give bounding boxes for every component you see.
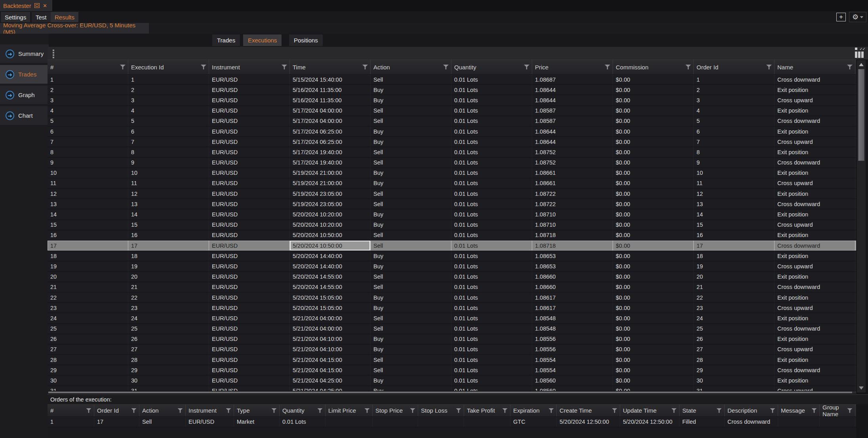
cell[interactable]: $0.00 [613,272,694,282]
cell[interactable]: 1.08554 [532,355,613,365]
column-header-action[interactable]: Action [371,60,451,74]
cell[interactable]: 8 [48,147,128,157]
cell[interactable]: 28 [48,355,128,365]
cell[interactable]: 5/20/2024 12:50:00 [557,417,620,427]
cell[interactable]: 1.08653 [532,251,613,261]
cell[interactable]: EUR/USD [209,355,290,365]
scroll-down-icon[interactable] [859,386,864,390]
cell[interactable]: 0.01 Lots [451,365,532,375]
cell[interactable]: 4 [128,106,209,116]
cell[interactable]: EUR/USD [209,324,290,334]
cell[interactable]: 30 [128,375,209,385]
backtester-window-tab[interactable]: Backtester ✕ [0,0,52,11]
cell[interactable]: 1.08554 [532,365,613,375]
table-row[interactable]: 2929EUR/USD5/21/2024 04:15:00Sell0.01 Lo… [48,365,856,375]
cell[interactable]: 18 [48,251,128,261]
cell[interactable]: Exit position [775,313,855,323]
cell[interactable]: $0.00 [613,116,694,126]
cell[interactable]: Exit position [775,209,855,219]
cell[interactable]: Exit position [775,355,855,365]
cell[interactable]: 0.01 Lots [451,251,532,261]
cell[interactable]: Exit position [775,251,855,261]
cell[interactable]: 27 [694,344,775,354]
column-header-price[interactable]: Price [532,60,613,74]
cell[interactable]: 5/17/2024 04:00:00 [290,106,371,116]
cell[interactable]: $0.00 [613,386,694,391]
cell[interactable]: 1.08653 [532,261,613,271]
cell[interactable]: 1.08617 [532,303,613,313]
cell[interactable]: EUR/USD [186,417,234,427]
cell[interactable]: EUR/USD [209,189,290,199]
cell[interactable]: Buy [371,251,451,261]
cell[interactable]: 0.01 Lots [280,417,326,427]
column-header-action[interactable]: Action [139,405,186,416]
filter-funnel-icon[interactable] [271,408,277,413]
table-row[interactable]: 99EUR/USD5/17/2024 19:40:00Sell0.01 Lots… [48,158,856,168]
filter-funnel-icon[interactable] [177,408,183,413]
cell[interactable]: EUR/USD [209,365,290,375]
cell[interactable]: 0.01 Lots [451,220,532,230]
cell[interactable]: Buy [371,303,451,313]
cell[interactable]: 13 [694,199,775,209]
cell[interactable]: 1.08722 [532,199,613,209]
cell[interactable]: 5/20/2024 15:05:00 [290,303,371,313]
cell[interactable]: 26 [694,334,775,344]
sidebar-item-graph[interactable]: ➜ Graph [0,86,49,104]
cell[interactable]: Cross downward [775,116,855,126]
cell[interactable]: 20 [128,272,209,282]
cell[interactable]: 29 [48,365,128,375]
cell[interactable]: 5/20/2024 10:50:00 [290,230,371,240]
cell[interactable]: 19 [128,261,209,271]
cell[interactable]: $0.00 [613,344,694,354]
cell[interactable]: EUR/USD [209,261,290,271]
cell[interactable]: 15 [694,220,775,230]
column-header-execution-id[interactable]: Execution Id [128,60,209,74]
cell[interactable]: EUR/USD [209,282,290,292]
cell[interactable]: 1.08548 [532,313,613,323]
cell[interactable]: 1.08661 [532,168,613,178]
cell[interactable]: Buy [371,220,451,230]
cell[interactable]: $0.00 [613,168,694,178]
cell[interactable]: $0.00 [613,251,694,261]
cell[interactable]: 1.08644 [532,85,613,95]
cell[interactable]: Cross upward [775,95,855,105]
table-row[interactable]: 2121EUR/USD5/20/2024 14:55:00Sell0.01 Lo… [48,282,856,293]
cell[interactable]: 5/21/2024 04:10:00 [290,344,371,354]
cell[interactable]: EUR/USD [209,334,290,344]
cell[interactable]: Cross upward [775,137,855,147]
cell[interactable]: 26 [128,334,209,344]
column-header-group-name[interactable]: Group Name [820,405,855,416]
cell[interactable]: 1.08661 [532,178,613,188]
cell[interactable]: Sell [371,199,451,209]
filter-funnel-icon[interactable] [362,65,368,69]
cell[interactable]: 0.01 Lots [451,241,532,251]
cell[interactable]: $0.00 [613,95,694,105]
cell[interactable]: EUR/USD [209,375,290,385]
cell[interactable]: Market [234,417,280,427]
cell[interactable]: 21 [694,282,775,292]
cell[interactable]: Buy [371,137,451,147]
cell[interactable]: 22 [694,293,775,302]
cell[interactable]: EUR/USD [209,199,290,209]
cell[interactable]: Cross upward [775,220,855,230]
cell[interactable]: 1 [128,75,209,84]
strategy-title[interactable]: Moving Average Cross-over: EUR/USD, 5 Mi… [0,23,149,34]
column-chooser-icon[interactable]: ✓✓ [854,48,865,58]
cell[interactable]: 10 [128,168,209,178]
cell[interactable]: Cross downward [725,417,778,427]
cell[interactable]: 8 [128,147,209,157]
cell[interactable]: 13 [48,199,128,209]
table-row[interactable]: 1919EUR/USD5/20/2024 14:40:00Buy0.01 Lot… [48,261,856,272]
cell[interactable]: 22 [128,293,209,302]
cell[interactable]: 1 [48,75,128,84]
cell[interactable]: 31 [694,386,775,391]
cell[interactable]: 3 [694,95,775,105]
cell[interactable]: 6 [128,126,209,136]
cell[interactable]: 0.01 Lots [451,116,532,126]
cell[interactable]: Exit position [775,168,855,178]
tab-trades[interactable]: Trades [212,34,240,46]
cell[interactable]: Exit position [775,334,855,344]
table-row[interactable]: 66EUR/USD5/17/2024 06:25:00Buy0.01 Lots1… [48,126,856,137]
cell[interactable]: 26 [48,334,128,344]
cell[interactable]: 0.01 Lots [451,147,532,157]
